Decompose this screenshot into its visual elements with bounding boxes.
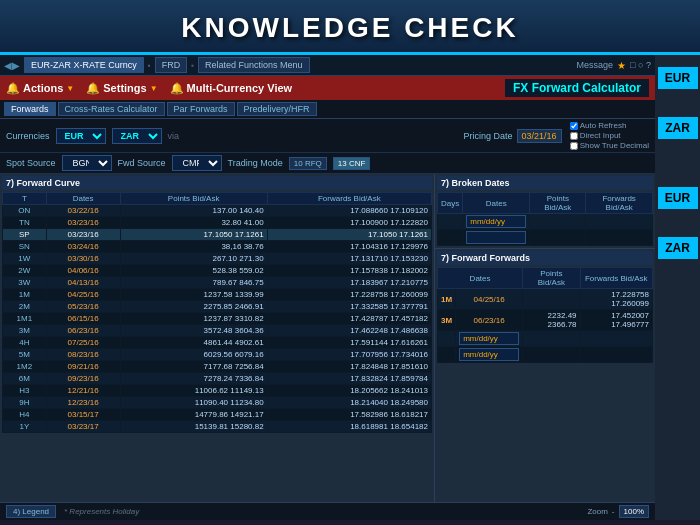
ff-date-input-3[interactable]	[459, 332, 519, 345]
tab-frd[interactable]: FRD	[155, 57, 188, 73]
fc-points-12: 6029.56 6079.16	[120, 349, 267, 361]
currency-to-select[interactable]: ZARUSD	[112, 128, 162, 144]
tab-par-forwards[interactable]: Par Forwards	[167, 102, 235, 116]
rfq-button[interactable]: 10 RFQ	[289, 157, 327, 170]
spot-source-select[interactable]: BGNL	[62, 155, 112, 171]
show-true-decimal-row[interactable]: Show True Decimal	[570, 141, 649, 150]
auto-refresh-checkbox[interactable]	[570, 122, 578, 130]
pricing-date-field[interactable]: 03/21/16	[517, 129, 562, 143]
ff-fwd-2: 17.452007 17.496777	[580, 310, 652, 331]
bd-date-input-2[interactable]	[466, 231, 526, 244]
cnf-button[interactable]: 13 CNF	[333, 157, 371, 170]
ff-fwd-4	[580, 347, 652, 363]
forward-forwards-title: 7) Forward Forwards	[437, 251, 653, 265]
col-t: T	[3, 193, 47, 205]
bd-date-1	[463, 214, 530, 230]
bd-points-2	[530, 230, 586, 246]
show-true-decimal-label: Show True Decimal	[580, 141, 649, 150]
fc-date-13: 09/21/16	[46, 361, 120, 373]
settings-menu[interactable]: 🔔 Settings ▼	[86, 82, 157, 95]
action-bar: 🔔 Actions ▼ 🔔 Settings ▼ 🔔 Multi-Currenc…	[0, 76, 655, 100]
right-edge-eur-label: EUR	[658, 67, 698, 89]
page-title: KNOWLEDGE CHECK	[181, 12, 518, 43]
direct-input-row[interactable]: Direct Input	[570, 131, 649, 140]
tab-related-functions[interactable]: Related Functions Menu	[198, 57, 310, 73]
zoom-control: Zoom - 100%	[587, 505, 649, 518]
ff-fwd-3	[580, 331, 652, 347]
currency-from-select[interactable]: EURUSD	[56, 128, 106, 144]
table-row: 4H 07/25/16 4861.44 4902.61 17.591144 17…	[3, 337, 432, 349]
tab-sep-1: ▪	[148, 61, 151, 70]
table-row	[438, 347, 653, 363]
fc-t-5: 2W	[3, 265, 47, 277]
message-label: Message	[577, 60, 614, 70]
fc-date-2: 03/23/16	[46, 229, 120, 241]
multicurrency-icon: 🔔	[170, 82, 184, 95]
col-forwards: Forwards Bid/Ask	[267, 193, 431, 205]
tab-predelivery[interactable]: Predelivery/HFR	[237, 102, 317, 116]
ff-points-4	[523, 347, 580, 363]
fc-date-17: 03/15/17	[46, 409, 120, 421]
fc-date-12: 08/23/16	[46, 349, 120, 361]
fc-t-4: 1W	[3, 253, 47, 265]
tab-cross-rates[interactable]: Cross-Rates Calculator	[58, 102, 165, 116]
trading-mode-label: Trading Mode	[228, 158, 283, 168]
fc-t-9: 1M1	[3, 313, 47, 325]
forward-curve-table: T Dates Points Bid/Ask Forwards Bid/Ask …	[2, 192, 432, 433]
content-area: 7) Forward Curve T Dates Points Bid/Ask …	[0, 174, 655, 502]
fc-t-14: 6M	[3, 373, 47, 385]
fc-t-8: 2M	[3, 301, 47, 313]
fc-points-11: 4861.44 4902.61	[120, 337, 267, 349]
ff-date-input-4[interactable]	[459, 348, 519, 361]
show-true-decimal-checkbox[interactable]	[570, 142, 578, 150]
tab-bar: ◀▶ EUR-ZAR X-RATE Curncy ▪ FRD ▪ Related…	[0, 55, 655, 76]
fc-points-5: 528.38 559.02	[120, 265, 267, 277]
pricing-date-label: Pricing Date	[464, 131, 513, 141]
fc-date-11: 07/25/16	[46, 337, 120, 349]
actions-menu[interactable]: 🔔 Actions ▼	[6, 82, 74, 95]
actions-icon: 🔔	[6, 82, 20, 95]
fc-points-1: 32.80 41.00	[120, 217, 267, 229]
fc-points-9: 1237.87 3310.82	[120, 313, 267, 325]
right-edge-panel: EUR ZAR EUR ZAR	[655, 55, 700, 520]
table-row: 5M 08/23/16 6029.56 6079.16 17.707956 17…	[3, 349, 432, 361]
ff-date-4	[456, 347, 523, 363]
fc-points-17: 14779.86 14921.17	[120, 409, 267, 421]
table-row	[438, 331, 653, 347]
bd-days-2	[438, 230, 463, 246]
fc-fwd-1: 17.100900 17.122820	[267, 217, 431, 229]
fc-t-0: ON	[3, 205, 47, 217]
tab-forwards[interactable]: Forwards	[4, 102, 56, 116]
fwd-source-select[interactable]: CMPL	[172, 155, 222, 171]
bd-fwd-2	[586, 230, 653, 246]
table-row: SN 03/24/16 38,16 38.76 17.104316 17.129…	[3, 241, 432, 253]
multicurrency-menu[interactable]: 🔔 Multi-Currency View	[170, 82, 293, 95]
tab-eur-zar[interactable]: EUR-ZAR X-RATE Curncy	[24, 57, 144, 73]
fc-points-6: 789.67 846.75	[120, 277, 267, 289]
fc-t-18: 1Y	[3, 421, 47, 433]
left-panel: ◀▶ EUR-ZAR X-RATE Curncy ▪ FRD ▪ Related…	[0, 55, 655, 520]
fc-points-4: 267.10 271.30	[120, 253, 267, 265]
fc-t-2: SP	[3, 229, 47, 241]
fc-fwd-17: 17.582986 18.618217	[267, 409, 431, 421]
ff-points-3	[523, 331, 580, 347]
table-row: SP 03/23/16 17.1050 17.1261 17.1050 17.1…	[3, 229, 432, 241]
nav-arrows[interactable]: ◀▶	[4, 60, 20, 71]
fc-fwd-16: 18.214040 18.249580	[267, 397, 431, 409]
direct-input-checkbox[interactable]	[570, 132, 578, 140]
fc-date-10: 06/23/16	[46, 325, 120, 337]
fc-t-7: 1M	[3, 289, 47, 301]
auto-refresh-row[interactable]: Auto Refresh	[570, 121, 649, 130]
fc-date-14: 09/23/16	[46, 373, 120, 385]
fc-fwd-4: 17.131710 17.153230	[267, 253, 431, 265]
fc-points-7: 1237.58 1339.99	[120, 289, 267, 301]
forward-forwards-panel: 7) Forward Forwards Dates Points Bid/Ask…	[435, 249, 655, 365]
fc-fwd-6: 17.183967 17.210775	[267, 277, 431, 289]
auto-refresh-label: Auto Refresh	[580, 121, 627, 130]
forward-curve-panel: 7) Forward Curve T Dates Points Bid/Ask …	[0, 174, 435, 502]
legend-button[interactable]: 4) Legend	[6, 505, 56, 518]
bd-date-input-1[interactable]	[466, 215, 526, 228]
ff-points-1	[523, 289, 580, 310]
ff-points-2: 2232.49 2366.78	[523, 310, 580, 331]
fc-date-6: 04/13/16	[46, 277, 120, 289]
